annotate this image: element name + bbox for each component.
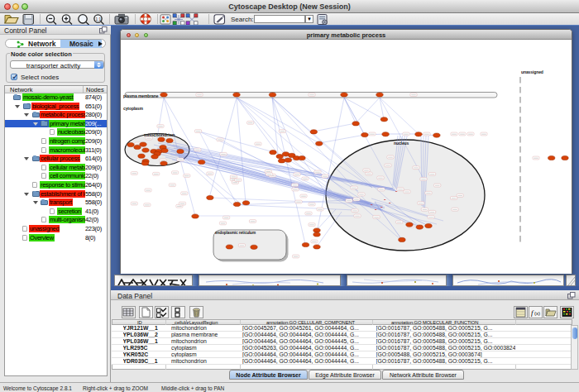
- svg-text:mitochondrion: mitochondrion: [144, 132, 175, 137]
- svg-text:cytoplasm: cytoplasm: [123, 106, 143, 111]
- svg-text:1:1: 1:1: [96, 17, 102, 22]
- svg-text:unassigned: unassigned: [521, 69, 543, 74]
- svg-text:plasma membrane: plasma membrane: [123, 93, 159, 98]
- svg-text:endoplasmic reticulum: endoplasmic reticulum: [215, 231, 256, 235]
- svg-text:(x): (x): [534, 311, 540, 316]
- svg-text:nucleus: nucleus: [394, 141, 409, 146]
